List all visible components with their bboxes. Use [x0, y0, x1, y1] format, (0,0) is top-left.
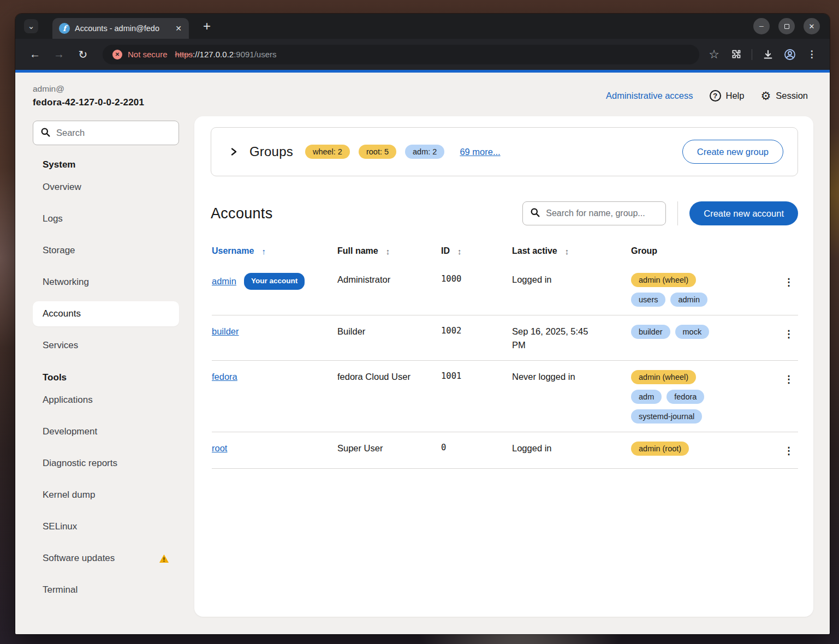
- column-header-full-name[interactable]: Full name ↕: [337, 242, 441, 260]
- sidebar: System Overview Logs Storage Networking …: [15, 113, 179, 634]
- sidebar-item-terminal[interactable]: Terminal: [33, 577, 179, 603]
- minimize-button[interactable]: ─: [753, 18, 770, 34]
- header-actions: Administrative access ? Help ⚙ Session: [606, 82, 808, 102]
- session-label: Session: [776, 91, 808, 101]
- group-badge: admin (wheel): [631, 273, 696, 287]
- group-badge: admin: [670, 293, 707, 307]
- username-link[interactable]: root: [212, 442, 227, 455]
- plus-icon: +: [203, 19, 211, 34]
- administrative-access-link[interactable]: Administrative access: [606, 91, 693, 101]
- username-link[interactable]: admin: [212, 275, 236, 288]
- sidebar-item-label: Accounts: [43, 308, 81, 319]
- back-button[interactable]: ←: [26, 45, 44, 64]
- groups-more-link[interactable]: 69 more...: [460, 147, 500, 157]
- maximize-button[interactable]: [778, 18, 795, 34]
- new-tab-button[interactable]: +: [199, 18, 215, 34]
- forward-button[interactable]: →: [50, 45, 68, 64]
- browser-tab[interactable]: f Accounts - admin@fedo ✕: [52, 18, 189, 39]
- group-count-badge: adm: 2: [405, 145, 444, 159]
- table-row-root: root Super User 0 Logged in admin (root)…: [212, 432, 798, 469]
- tab-close-icon[interactable]: ✕: [172, 22, 185, 34]
- full-name-cell: Builder: [337, 325, 441, 338]
- full-name-cell: Super User: [337, 442, 441, 455]
- tab-strip: ⌄ f Accounts - admin@fedo ✕ + ─ ✕: [15, 14, 830, 39]
- column-label: Last active: [512, 246, 557, 256]
- last-active-cell: Never logged in: [512, 370, 631, 384]
- help-label: Help: [726, 91, 745, 101]
- sort-icon: ↕: [386, 247, 390, 256]
- create-new-account-button[interactable]: Create new account: [689, 201, 798, 225]
- minimize-icon: ─: [759, 23, 764, 29]
- url-path: :9091/users: [234, 50, 276, 59]
- create-new-group-button[interactable]: Create new group: [682, 140, 783, 164]
- extensions-button[interactable]: [727, 45, 745, 64]
- downloads-button[interactable]: [759, 45, 777, 64]
- group-badges: builder mock: [631, 325, 727, 339]
- close-window-button[interactable]: ✕: [804, 18, 820, 34]
- browser-menu-button[interactable]: ⋮: [802, 45, 821, 64]
- window-controls: ─ ✕: [753, 18, 820, 34]
- sidebar-item-development[interactable]: Development: [33, 419, 179, 444]
- sidebar-item-storage[interactable]: Storage: [33, 238, 179, 263]
- cockpit-page: admin@ fedora-42-127-0-0-2-2201 Administ…: [15, 73, 830, 634]
- column-header-last-active[interactable]: Last active ↕: [512, 242, 631, 260]
- username-link[interactable]: fedora: [212, 370, 237, 384]
- column-header-id[interactable]: ID ↕: [441, 242, 512, 260]
- download-icon: [762, 49, 774, 61]
- sidebar-item-software-updates[interactable]: Software updates: [33, 546, 179, 571]
- group-badge: users: [631, 293, 665, 307]
- sidebar-item-label: Storage: [43, 245, 75, 256]
- sidebar-item-selinux[interactable]: SELinux: [33, 514, 179, 539]
- column-label: Full name: [337, 246, 378, 256]
- id-cell: 0: [441, 442, 512, 454]
- groups-expand-button[interactable]: [225, 144, 242, 160]
- sort-ascending-icon: ↑: [261, 247, 266, 256]
- last-active-cell: Sep 16, 2025, 5:45 PM: [512, 325, 631, 352]
- browser-window: ⌄ f Accounts - admin@fedo ✕ + ─ ✕ ← → ↻ …: [15, 14, 830, 634]
- sidebar-item-logs[interactable]: Logs: [33, 206, 179, 231]
- sidebar-search-input[interactable]: [33, 121, 179, 145]
- tab-search-button[interactable]: ⌄: [24, 19, 38, 33]
- sidebar-item-applications[interactable]: Applications: [33, 387, 179, 413]
- row-actions-kebab-button[interactable]: ⋮: [780, 442, 798, 460]
- group-count-badge: wheel: 2: [305, 145, 350, 159]
- accounts-search-input[interactable]: [522, 201, 666, 225]
- sidebar-section-system: System: [33, 159, 179, 170]
- host-block: admin@ fedora-42-127-0-0-2-2201: [33, 82, 144, 110]
- not-secure-label[interactable]: Not secure: [128, 50, 168, 59]
- row-actions-kebab-button[interactable]: ⋮: [780, 370, 798, 389]
- row-actions-kebab-button[interactable]: ⋮: [780, 325, 798, 343]
- sidebar-item-networking[interactable]: Networking: [33, 270, 179, 295]
- kebab-icon: ⋮: [784, 373, 794, 385]
- profile-button[interactable]: [781, 45, 799, 64]
- session-menu[interactable]: ⚙ Session: [760, 90, 808, 102]
- group-badge: systemd-journal: [631, 409, 702, 424]
- kebab-icon: ⋮: [784, 276, 794, 288]
- sidebar-item-kernel-dump[interactable]: Kernel dump: [33, 482, 179, 508]
- url-host: ://127.0.0.2: [193, 50, 234, 59]
- sidebar-item-services[interactable]: Services: [33, 333, 179, 358]
- accounts-toolbar: Accounts Create new account: [211, 201, 798, 225]
- column-label: Username: [212, 246, 254, 256]
- groups-badges: wheel: 2 root: 5 adm: 2: [305, 145, 444, 159]
- sidebar-item-diagnostic-reports[interactable]: Diagnostic reports: [33, 451, 179, 476]
- row-actions-kebab-button[interactable]: ⋮: [780, 273, 798, 291]
- sidebar-search: [33, 121, 179, 145]
- column-header-username[interactable]: Username ↑: [212, 242, 337, 260]
- reload-icon: ↻: [79, 48, 88, 61]
- sidebar-item-overview[interactable]: Overview: [33, 175, 179, 200]
- close-icon: ✕: [809, 22, 815, 31]
- url-bar[interactable]: ✕ Not secure https://127.0.0.2:9091/user…: [103, 45, 699, 64]
- sidebar-item-label: Networking: [43, 277, 89, 288]
- fedora-favicon-icon: f: [59, 23, 70, 34]
- hostname: fedora-42-127-0-0-2-2201: [33, 96, 144, 110]
- sidebar-item-label: Logs: [43, 213, 63, 224]
- username-link[interactable]: builder: [212, 325, 239, 338]
- help-menu[interactable]: ? Help: [710, 90, 745, 102]
- page-body: System Overview Logs Storage Networking …: [15, 113, 830, 634]
- reload-button[interactable]: ↻: [74, 45, 92, 64]
- bookmark-star-button[interactable]: ☆: [705, 45, 723, 64]
- sidebar-item-accounts[interactable]: Accounts: [33, 301, 179, 326]
- group-badge: adm: [631, 390, 662, 404]
- id-cell: 1001: [441, 370, 512, 383]
